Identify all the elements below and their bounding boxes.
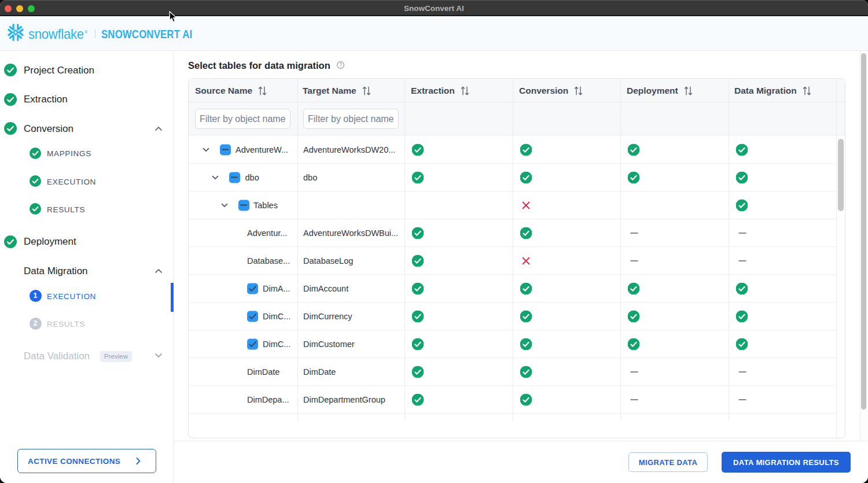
svg-text:?: ?	[339, 62, 342, 68]
